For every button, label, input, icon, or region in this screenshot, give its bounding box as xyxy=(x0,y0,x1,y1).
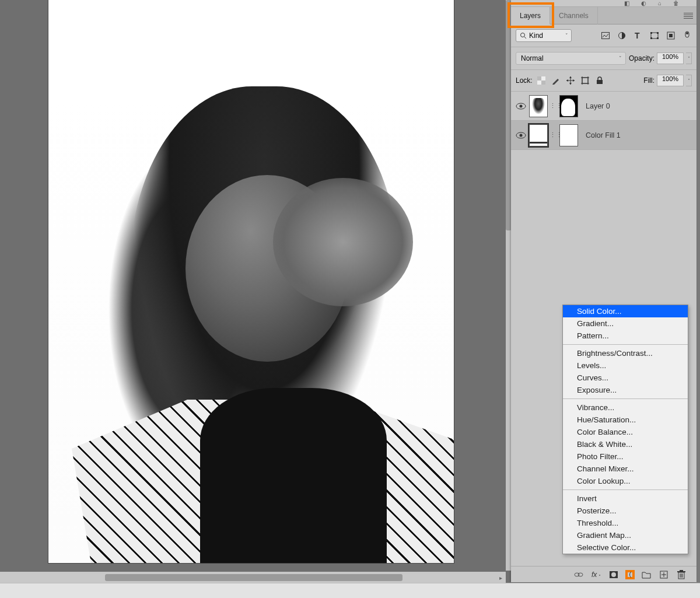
panel-top-icons: ◧ ◐ ⌂ 🗑 xyxy=(511,0,696,7)
svg-rect-42 xyxy=(677,571,685,572)
filter-toggle-icon[interactable] xyxy=(682,32,692,40)
layer-name[interactable]: Layer 0 xyxy=(586,102,610,110)
panel-menu-icon[interactable] xyxy=(684,13,693,19)
menu-color-balance[interactable]: Color Balance... xyxy=(563,426,688,438)
menu-photo-filter[interactable]: Photo Filter... xyxy=(563,450,688,463)
type-filter-icon[interactable]: T xyxy=(634,32,643,40)
mask-thumbnail[interactable] xyxy=(559,95,578,117)
tab-layers[interactable]: Layers xyxy=(511,7,550,25)
filter-kind-label: Kind xyxy=(529,32,543,40)
blend-mode-dropdown[interactable]: Normal xyxy=(516,52,626,65)
pixel-filter-icon[interactable] xyxy=(601,32,610,40)
menu-gradient-map[interactable]: Gradient Map... xyxy=(563,529,688,541)
menu-pattern[interactable]: Pattern... xyxy=(563,330,688,342)
fill-control: Fill: 100% ˅ xyxy=(643,75,692,86)
layers-panel-footer: fx˅ xyxy=(511,566,696,582)
menu-black-white[interactable]: Black & White... xyxy=(563,438,688,450)
menu-levels[interactable]: Levels... xyxy=(563,359,688,372)
opacity-input[interactable]: 100% xyxy=(657,53,684,64)
layer-row[interactable]: ⋮⋮ Color Fill 1 xyxy=(511,121,696,150)
menu-separator xyxy=(563,489,688,490)
layer-name[interactable]: Color Fill 1 xyxy=(586,131,621,139)
delete-layer-icon[interactable] xyxy=(677,570,686,579)
svg-rect-14 xyxy=(537,76,541,81)
svg-text:T: T xyxy=(635,32,640,39)
lock-all-icon[interactable] xyxy=(595,76,604,85)
trash-icon[interactable]: 🗑 xyxy=(673,0,679,6)
opacity-slider-icon[interactable]: ˅ xyxy=(686,53,692,64)
scroll-right-button[interactable]: ▸ xyxy=(495,572,506,583)
menu-channel-mixer[interactable]: Channel Mixer... xyxy=(563,463,688,475)
visibility-toggle[interactable] xyxy=(514,103,527,110)
new-group-icon[interactable] xyxy=(642,570,651,579)
svg-rect-6 xyxy=(650,32,652,34)
smartobject-filter-icon[interactable] xyxy=(666,32,676,40)
panel-icon[interactable]: ⌂ xyxy=(658,0,662,6)
menu-curves[interactable]: Curves... xyxy=(563,372,688,384)
fill-slider-icon[interactable]: ˅ xyxy=(686,75,692,86)
menu-separator xyxy=(563,344,688,345)
svg-rect-11 xyxy=(669,34,673,37)
layer-thumbnail[interactable] xyxy=(529,124,548,146)
menu-color-lookup[interactable]: Color Lookup... xyxy=(563,475,688,487)
adjustment-filter-icon[interactable] xyxy=(617,32,626,40)
lock-label: Lock: xyxy=(516,76,533,85)
panel-divider[interactable] xyxy=(696,0,700,583)
svg-rect-18 xyxy=(582,78,588,83)
status-bar xyxy=(0,583,700,598)
menu-posterize[interactable]: Posterize... xyxy=(563,505,688,517)
lock-position-icon[interactable] xyxy=(566,76,575,85)
layer-filter-row: Kind T xyxy=(511,25,696,47)
shape-filter-icon[interactable] xyxy=(650,32,659,40)
lock-row: Lock: Fill: 100% ˅ xyxy=(511,70,696,92)
new-adjustment-layer-icon[interactable] xyxy=(625,570,635,579)
scrollbar-thumb[interactable] xyxy=(105,574,402,581)
svg-rect-17 xyxy=(537,81,541,85)
layer-row[interactable]: ⋮⋮ Layer 0 xyxy=(511,92,696,121)
link-mask-icon[interactable]: ⋮⋮ xyxy=(550,131,558,139)
menu-hue-saturation[interactable]: Hue/Saturation... xyxy=(563,414,688,426)
menu-invert[interactable]: Invert xyxy=(563,492,688,505)
svg-point-33 xyxy=(611,572,616,577)
horizontal-scrollbar[interactable]: ▸ xyxy=(0,572,506,583)
svg-point-29 xyxy=(578,573,583,576)
svg-rect-2 xyxy=(602,33,610,39)
layer-style-icon[interactable]: fx˅ xyxy=(592,570,601,579)
fill-input[interactable]: 100% xyxy=(657,75,684,86)
lock-artboard-icon[interactable] xyxy=(580,76,590,85)
document-canvas[interactable] xyxy=(48,0,454,563)
mask-thumbnail[interactable] xyxy=(559,124,578,146)
layer-thumbnail[interactable] xyxy=(529,95,548,117)
menu-vibrance[interactable]: Vibrance... xyxy=(563,401,688,414)
lock-transparency-icon[interactable] xyxy=(537,76,546,85)
menu-brightness-contrast[interactable]: Brightness/Contrast... xyxy=(563,347,688,359)
svg-point-34 xyxy=(630,571,632,578)
canvas-area: ▸ xyxy=(0,0,511,583)
link-mask-icon[interactable]: ⋮⋮ xyxy=(550,102,558,110)
svg-rect-9 xyxy=(657,37,659,39)
link-layers-icon[interactable] xyxy=(574,570,583,579)
panel-icon[interactable]: ◐ xyxy=(641,0,646,6)
menu-gradient[interactable]: Gradient... xyxy=(563,317,688,330)
fill-label: Fill: xyxy=(643,76,654,85)
filter-kind-dropdown[interactable]: Kind xyxy=(516,29,572,42)
new-layer-icon[interactable] xyxy=(659,570,668,579)
svg-point-0 xyxy=(521,33,525,37)
menu-threshold[interactable]: Threshold... xyxy=(563,517,688,529)
panel-icon[interactable]: ◧ xyxy=(624,0,629,6)
menu-selective-color[interactable]: Selective Color... xyxy=(563,541,688,554)
visibility-toggle[interactable] xyxy=(514,132,527,139)
svg-point-25 xyxy=(520,104,523,107)
lock-pixels-icon[interactable] xyxy=(551,76,561,85)
tab-channels[interactable]: Channels xyxy=(550,7,598,25)
adjustment-layer-menu[interactable]: Solid Color... Gradient... Pattern... Br… xyxy=(562,305,688,554)
menu-solid-color[interactable]: Solid Color... xyxy=(563,305,688,317)
blend-mode-row: Normal Opacity: 100% ˅ xyxy=(511,47,696,70)
svg-point-13 xyxy=(686,32,688,34)
menu-exposure[interactable]: Exposure... xyxy=(563,384,688,396)
svg-rect-7 xyxy=(657,32,659,34)
opacity-label: Opacity: xyxy=(629,54,654,62)
svg-line-1 xyxy=(524,37,526,39)
lock-icons xyxy=(537,76,604,85)
add-mask-icon[interactable] xyxy=(609,570,618,579)
